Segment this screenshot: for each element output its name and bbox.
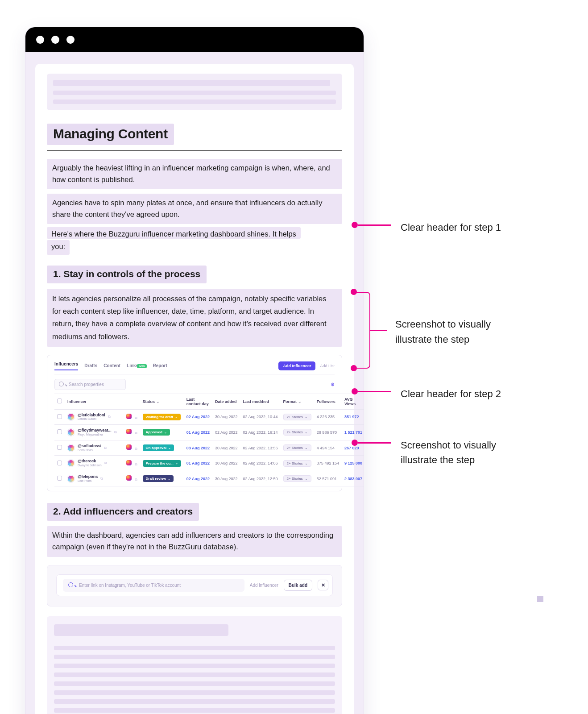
status-badge[interactable]: On approval⌄: [143, 444, 174, 451]
tab-report[interactable]: Report: [153, 363, 167, 368]
followers-value: 4 494 154: [317, 446, 335, 450]
date-added: 02 Aug 2022: [215, 430, 238, 435]
influencer-name: Sofia Dossi: [78, 448, 101, 452]
annotation-label: Clear header for step 2: [401, 386, 501, 401]
new-badge: new: [137, 364, 147, 368]
tab-content[interactable]: Content: [104, 363, 120, 368]
row-checkbox[interactable]: [57, 445, 62, 450]
format-pill[interactable]: 2+ Stories ⌄: [283, 429, 311, 436]
copy-icon[interactable]: ⧉: [135, 462, 137, 466]
tab-links[interactable]: Links new: [127, 363, 147, 368]
date-added: 30 Aug 2022: [215, 477, 238, 481]
col-contact[interactable]: Last contact day: [184, 394, 212, 409]
row-checkbox[interactable]: [57, 461, 62, 465]
copy-icon[interactable]: ⧉: [114, 430, 117, 435]
copy-icon[interactable]: ⧉: [100, 477, 103, 481]
copy-icon[interactable]: ⧉: [135, 416, 137, 420]
last-contact[interactable]: 02 Aug 2022: [186, 477, 210, 481]
format-pill[interactable]: 2+ Stories ⌄: [283, 475, 311, 482]
placeholder-block: [47, 74, 342, 110]
article-card: Managing Content Arguably the heaviest l…: [35, 64, 354, 714]
col-followers[interactable]: Followers: [314, 394, 342, 409]
format-pill[interactable]: 2+ Stories ⌄: [283, 414, 311, 420]
add-influencer-button[interactable]: Add Influencer: [278, 361, 315, 370]
status-badge[interactable]: Draft review⌄: [143, 475, 174, 482]
col-status[interactable]: Status ⌄: [140, 394, 184, 409]
influencer-handle: @lelepons: [78, 475, 98, 479]
instagram-icon: [126, 460, 132, 465]
intro-paragraph: Agencies have to spin many plates at onc…: [47, 194, 342, 224]
add-influencer-bar: Enter link on Instagram, YouTube or TikT…: [56, 574, 333, 596]
col-modified[interactable]: Last modified: [240, 394, 281, 409]
bulk-add-button[interactable]: Bulk add: [284, 580, 312, 591]
table-row[interactable]: @floydmayweat... Floyd Mayweather ⧉ ⧉ Ap…: [54, 425, 364, 440]
row-checkbox[interactable]: [57, 429, 62, 434]
step-2-body: Within the dashboard, agencies can add i…: [47, 526, 342, 556]
last-contact[interactable]: 03 Aug 2022: [186, 446, 210, 450]
avatar: [67, 444, 75, 452]
row-checkbox[interactable]: [57, 476, 62, 481]
add-list-button[interactable]: Add List: [320, 364, 335, 368]
annotation-dot-icon: [352, 388, 358, 394]
table-row[interactable]: @lelepons Lele Pons ⧉ ⧉ Draft review⌄ 02…: [54, 471, 364, 486]
decorative-square: [537, 596, 543, 602]
chevron-down-icon: ⌄: [305, 446, 308, 450]
followers-value: 52 571 091: [317, 477, 337, 481]
table-row[interactable]: @sofiadossi Sofia Dossi ⧉ ⧉ On approval⌄…: [54, 440, 364, 456]
intro-paragraph: Here's where the Buzzguru influencer mar…: [47, 228, 342, 255]
influencer-name: Leticia Bufoni: [78, 417, 105, 421]
row-checkbox[interactable]: [57, 414, 62, 419]
add-influencer-screenshot: Enter link on Instagram, YouTube or TikT…: [47, 565, 342, 606]
table-row[interactable]: @therock Dwayne Johnson ⧉ ⧉ Prepare the …: [54, 456, 364, 471]
browser-frame: Managing Content Arguably the heaviest l…: [25, 27, 364, 714]
col-added[interactable]: Date added: [212, 394, 240, 409]
status-badge[interactable]: Approved⌄: [143, 429, 170, 436]
avatar: [67, 429, 75, 436]
avatar: [67, 475, 75, 482]
influencer-handle: @floydmayweat...: [78, 428, 112, 433]
copy-icon[interactable]: ⧉: [135, 477, 137, 482]
step-1-heading: 1. Stay in controls of the process: [47, 266, 207, 283]
last-contact[interactable]: 01 Aug 2022: [186, 430, 210, 435]
format-pill[interactable]: 2+ Stories ⌄: [283, 444, 311, 451]
instagram-icon: [126, 414, 132, 419]
followers-value: 375 492 154: [317, 461, 339, 465]
table-row[interactable]: @leticiabufoni Leticia Bufoni ⧉ ⧉ Waitin…: [54, 409, 364, 425]
dashboard-tabs: Influencers Drafts Content Links new Rep…: [54, 361, 335, 374]
step-1-body: It lets agencies personalize all process…: [47, 289, 342, 346]
copy-icon[interactable]: ⧉: [108, 415, 111, 419]
chevron-down-icon: ⌄: [175, 415, 178, 419]
last-contact[interactable]: 02 Aug 2022: [186, 415, 210, 419]
copy-icon[interactable]: ⧉: [135, 431, 137, 435]
status-badge[interactable]: Prepare the co...⌄: [143, 460, 181, 467]
influencer-handle: @leticiabufoni: [78, 413, 105, 418]
annotation-label: Screenshot to visually illustrate the st…: [401, 438, 496, 467]
status-badge[interactable]: Waiting for draft⌄: [143, 414, 181, 420]
copy-icon[interactable]: ⧉: [135, 447, 137, 451]
influencer-handle: @sofiadossi: [78, 444, 101, 448]
annotation: Clear header for step 2: [352, 386, 561, 401]
annotation-label: Clear header for step 1: [401, 220, 501, 235]
col-influencer[interactable]: Influencer: [65, 394, 124, 409]
format-pill[interactable]: 2+ Stories ⌄: [283, 460, 311, 467]
copy-icon[interactable]: ⧉: [104, 446, 107, 450]
window-dot: [66, 36, 75, 44]
tab-drafts[interactable]: Drafts: [84, 363, 97, 368]
col-format[interactable]: Format ⌄: [281, 394, 314, 409]
chevron-down-icon: ⌄: [305, 461, 308, 465]
checkbox-all[interactable]: [57, 399, 62, 403]
avatar: [67, 460, 75, 467]
add-influencer-ghost[interactable]: Add influencer: [250, 583, 278, 588]
window-dot: [51, 36, 59, 44]
link-input[interactable]: Enter link on Instagram, YouTube or TikT…: [63, 579, 244, 592]
gear-icon[interactable]: ⚙: [331, 382, 335, 387]
copy-icon[interactable]: ⧉: [104, 461, 107, 465]
close-icon[interactable]: ✕: [318, 580, 328, 590]
last-contact[interactable]: 01 Aug 2022: [186, 461, 210, 465]
avg-views-value: 2 383 007: [344, 477, 362, 481]
instagram-icon: [126, 475, 132, 481]
tab-influencers[interactable]: Influencers: [54, 361, 78, 370]
last-modified: 02 Aug 2022, 16:14: [243, 430, 278, 435]
annotation-label: Screenshot to visually illustrate the st…: [395, 317, 491, 347]
search-input[interactable]: Search properties: [54, 379, 126, 390]
